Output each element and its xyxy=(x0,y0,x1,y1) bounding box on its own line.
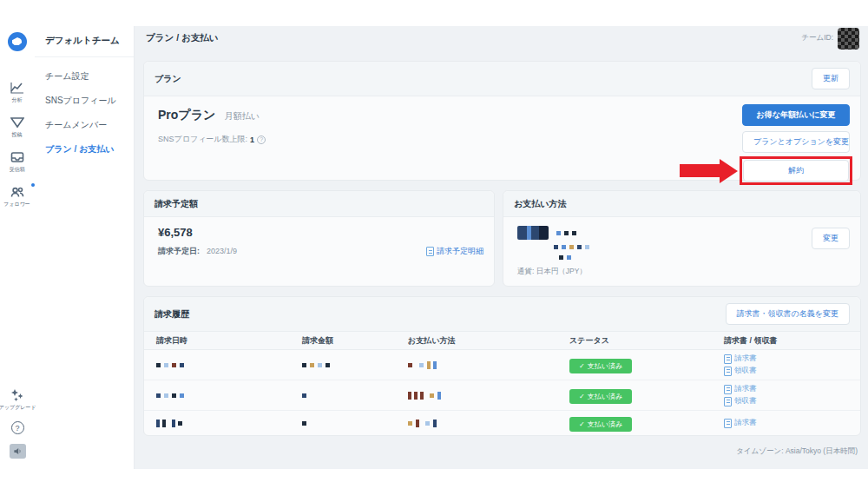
plan-name: Proプラン xyxy=(158,108,215,122)
page-title: プラン / お支払い xyxy=(146,32,218,44)
check-icon: ✓ xyxy=(579,393,585,400)
document-icon xyxy=(724,397,732,406)
team-name: デフォルトチーム xyxy=(35,26,134,57)
invoice-link[interactable]: 請求書 xyxy=(724,354,860,364)
upcoming-detail-link[interactable]: 請求予定明細 xyxy=(426,246,483,257)
billing-history-table: 請求日時 請求金額 お支払い方法 ステータス 請求書 / 領収書 ✓支払い済み … xyxy=(144,332,860,435)
check-icon: ✓ xyxy=(579,362,585,370)
app-window: 分析 投稿 受信箱 フォロワー アップグレード ? xyxy=(0,26,868,469)
rail-label: フォロワー xyxy=(4,201,30,208)
invoice-link[interactable]: 請求書 xyxy=(724,384,860,394)
check-icon: ✓ xyxy=(579,420,585,428)
redacted-method xyxy=(408,357,569,373)
currency-note: 通貨: 日本円（JPY） xyxy=(517,267,850,277)
status-badge: ✓支払い済み xyxy=(569,359,632,373)
redacted-method xyxy=(408,415,569,431)
col-header-documents: 請求書 / 領収書 xyxy=(724,335,860,347)
rail-label: アップグレード xyxy=(0,404,36,411)
help-tooltip-icon[interactable]: ? xyxy=(257,135,266,144)
chart-icon xyxy=(10,81,24,95)
payment-method-redacted xyxy=(517,226,850,261)
redacted-method xyxy=(408,387,569,403)
receipt-link[interactable]: 領収書 xyxy=(724,396,860,406)
sparkles-icon xyxy=(10,388,24,402)
document-icon xyxy=(426,247,434,256)
rail-label: 受信箱 xyxy=(10,166,25,173)
help-icon[interactable]: ? xyxy=(11,421,24,434)
receipt-link[interactable]: 領収書 xyxy=(724,366,860,376)
timezone-note: タイムゾーン: Asia/Tokyo (日本時間) xyxy=(143,446,861,457)
table-row: ✓支払い済み 請求書 領収書 xyxy=(144,350,860,380)
switch-annual-button[interactable]: お得な年額払いに変更 xyxy=(742,104,850,126)
rename-invoice-button[interactable]: 請求書・領収書の名義を変更 xyxy=(726,303,850,325)
col-header-amount: 請求金額 xyxy=(302,335,408,347)
main-header: プラン / お支払い チームID: xyxy=(135,26,868,50)
followers-icon xyxy=(10,185,24,199)
sidebar-item-sns-profile[interactable]: SNSプロフィール xyxy=(35,89,134,113)
upcoming-date-label: 請求予定日: xyxy=(158,247,200,255)
rail-item-inbox[interactable]: 受信箱 xyxy=(9,150,26,174)
invoice-link[interactable]: 請求書 xyxy=(724,418,860,428)
main-area: プラン / お支払い チームID: プラン 更新 Proプラン 月額払い xyxy=(135,26,868,469)
col-header-status: ステータス xyxy=(569,335,724,347)
redacted-amount xyxy=(302,415,408,431)
table-row: ✓支払い済み 請求書 xyxy=(144,411,860,435)
document-icon xyxy=(724,367,732,376)
rail-item-followers[interactable]: フォロワー xyxy=(3,185,31,208)
profile-limit-label: SNSプロフィール数上限: xyxy=(158,134,247,145)
billing-history-card: 請求履歴 請求書・領収書の名義を変更 請求日時 請求金額 お支払い方法 ステータ… xyxy=(143,296,861,436)
table-row: ✓支払い済み 請求書 領収書 xyxy=(144,380,860,411)
status-badge: ✓支払い済み xyxy=(569,389,632,404)
upcoming-amount: ¥6,578 xyxy=(158,226,483,239)
status-badge: ✓支払い済み xyxy=(569,417,632,432)
announcements-button[interactable] xyxy=(10,444,26,459)
team-sidebar: デフォルトチーム チーム設定 SNSプロフィール チームメンバー プラン / お… xyxy=(35,26,135,469)
notification-dot xyxy=(31,183,35,187)
document-icon xyxy=(724,354,732,364)
icon-rail: 分析 投稿 受信箱 フォロワー アップグレード ? xyxy=(0,26,35,469)
history-card-title: 請求履歴 xyxy=(155,308,189,320)
payment-card-title: お支払い方法 xyxy=(514,198,566,210)
rail-item-upgrade[interactable]: アップグレード xyxy=(0,388,37,412)
document-icon xyxy=(724,385,732,394)
rail-item-analytics[interactable]: 分析 xyxy=(10,81,24,104)
renew-button[interactable]: 更新 xyxy=(812,68,850,89)
rail-item-posts[interactable]: 投稿 xyxy=(10,116,24,139)
redacted-date xyxy=(156,357,302,373)
billing-cycle: 月額払い xyxy=(225,111,260,121)
sidebar-item-plan-billing[interactable]: プラン / お支払い xyxy=(35,137,134,162)
annotation-highlight-box: 解約 xyxy=(740,156,852,185)
rail-label: 分析 xyxy=(12,96,23,103)
col-header-date: 請求日時 xyxy=(156,335,302,347)
team-id-label: チームID: xyxy=(801,33,833,43)
plan-card-title: プラン xyxy=(155,73,181,85)
sidebar-item-team-settings[interactable]: チーム設定 xyxy=(35,64,134,89)
payment-method-card: お支払い方法 通貨: 日本円（JPY） 変更 xyxy=(503,190,861,287)
redacted-date xyxy=(156,387,302,403)
change-payment-button[interactable]: 変更 xyxy=(812,228,850,249)
inbox-icon xyxy=(10,150,24,164)
redacted-amount xyxy=(302,357,408,373)
document-icon xyxy=(724,419,732,428)
rail-label: 投稿 xyxy=(12,131,23,138)
upcoming-charge-card: 請求予定額 ¥6,578 請求予定日:2023/1/9 請求予定明細 xyxy=(143,190,495,287)
redacted-date xyxy=(156,415,302,431)
change-plan-button[interactable]: プランとオプションを変更 xyxy=(742,131,850,153)
team-avatar-redacted xyxy=(838,28,859,50)
annotation-arrow xyxy=(680,159,738,183)
send-icon xyxy=(10,116,24,129)
upcoming-card-title: 請求予定額 xyxy=(155,198,198,210)
profile-limit-value: 1 xyxy=(250,135,254,144)
sidebar-item-team-members[interactable]: チームメンバー xyxy=(35,113,134,137)
redacted-amount xyxy=(302,387,408,403)
cancel-plan-button[interactable]: 解約 xyxy=(743,160,849,182)
plan-card: プラン 更新 Proプラン 月額払い SNSプロフィール数上限: 1 ? お得な… xyxy=(143,61,861,181)
app-logo-icon[interactable] xyxy=(8,32,27,51)
speaker-icon xyxy=(13,446,23,456)
col-header-method: お支払い方法 xyxy=(408,335,569,347)
upcoming-date-value: 2023/1/9 xyxy=(207,247,237,255)
